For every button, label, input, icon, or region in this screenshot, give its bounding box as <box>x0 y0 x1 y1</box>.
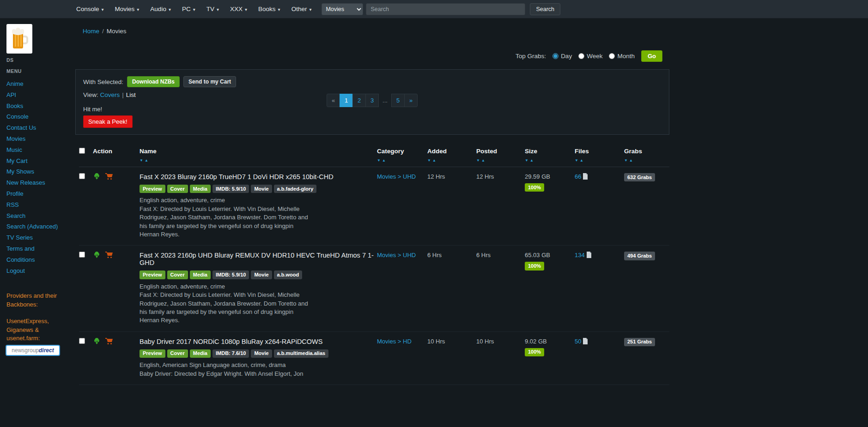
view-covers-link[interactable]: Covers <box>100 91 120 98</box>
providers-links[interactable]: UsenetExpress, Giganews & usenet.farm: <box>6 317 57 343</box>
media-badge[interactable]: Media <box>190 349 211 358</box>
newsgroupdirect-logo[interactable]: newsgroupdirect <box>6 346 59 355</box>
sort-desc-icon[interactable] <box>427 158 431 162</box>
sidebar-item-my-cart[interactable]: My Cart <box>6 156 61 167</box>
preview-badge[interactable]: Preview <box>140 185 165 193</box>
week-radio[interactable] <box>578 53 584 59</box>
category-link[interactable]: Movies > HD <box>377 338 412 345</box>
download-nzb-icon[interactable] <box>93 173 101 180</box>
sort-desc-icon[interactable] <box>575 158 578 162</box>
sort-desc-icon[interactable] <box>624 158 628 162</box>
sidebar-item-search[interactable]: Search <box>6 210 61 222</box>
menu-movies[interactable]: Movies <box>115 6 140 12</box>
sidebar-item-music[interactable]: Music <box>6 144 61 156</box>
pagination-page-2[interactable]: 2 <box>352 94 366 107</box>
row-checkbox[interactable] <box>79 173 85 179</box>
search-button[interactable]: Search <box>530 3 560 15</box>
add-to-cart-icon[interactable] <box>105 337 113 345</box>
cover-badge[interactable]: Cover <box>167 185 188 193</box>
sidebar-item-anime[interactable]: Anime <box>6 78 61 90</box>
sidebar-item-my-shows[interactable]: My Shows <box>6 166 61 177</box>
sort-desc-icon[interactable] <box>377 158 381 162</box>
pagination-prev[interactable]: « <box>327 94 340 107</box>
sidebar-item-rss[interactable]: RSS <box>6 199 61 210</box>
sort-icons-files[interactable] <box>575 156 624 163</box>
files-link[interactable]: 66 <box>575 173 581 180</box>
sidebar-item-movies[interactable]: Movies <box>6 133 61 144</box>
category-link[interactable]: Movies > UHD <box>377 173 416 180</box>
sort-icons-grabs[interactable] <box>624 156 669 163</box>
download-nzbs-button[interactable]: Download NZBs <box>127 76 180 87</box>
sort-icons-added[interactable] <box>427 156 476 163</box>
sort-asc-icon[interactable] <box>143 158 148 162</box>
sort-icons-name[interactable] <box>140 156 377 163</box>
select-all-checkbox[interactable] <box>79 148 85 154</box>
sort-desc-icon[interactable] <box>476 158 480 162</box>
release-description: English, American Sign Language action, … <box>140 361 312 378</box>
release-title[interactable]: Fast X 2023 2160p UHD Bluray REMUX DV HD… <box>140 252 377 266</box>
pagination-next[interactable]: » <box>404 94 418 107</box>
release-title[interactable]: Fast X 2023 Bluray 2160p TrueHD7 1 DoVi … <box>140 173 334 180</box>
files-link[interactable]: 50 <box>575 338 581 345</box>
top-grabs-week-option[interactable]: Week <box>578 53 602 60</box>
sidebar-item-api[interactable]: API <box>6 90 61 101</box>
sort-asc-icon[interactable] <box>528 158 534 162</box>
added-cell: 6 Hrs <box>427 251 476 259</box>
sidebar-item-books[interactable]: Books <box>6 101 61 112</box>
menu-tv[interactable]: TV <box>206 6 219 12</box>
sort-desc-icon[interactable] <box>525 158 528 162</box>
files-link[interactable]: 134 <box>575 252 585 259</box>
top-grabs-day-option[interactable]: Day <box>552 53 572 60</box>
media-badge[interactable]: Media <box>190 185 211 193</box>
sort-desc-icon[interactable] <box>140 158 143 162</box>
row-checkbox[interactable] <box>79 252 85 258</box>
sort-asc-icon[interactable] <box>628 158 633 162</box>
sort-icons-category[interactable] <box>377 156 427 163</box>
sidebar-item-profile[interactable]: Profile <box>6 188 61 199</box>
sort-asc-icon[interactable] <box>480 158 485 162</box>
download-nzb-icon[interactable] <box>93 251 101 259</box>
pagination-page-5[interactable]: 5 <box>391 94 405 107</box>
sidebar-item-new-releases[interactable]: New Releases <box>6 177 61 188</box>
sort-asc-icon[interactable] <box>578 158 583 162</box>
media-badge[interactable]: Media <box>190 271 211 279</box>
preview-badge[interactable]: Preview <box>140 349 165 358</box>
sort-asc-icon[interactable] <box>381 158 386 162</box>
sneak-a-peek-button[interactable]: Sneak a Peek! <box>83 115 133 128</box>
send-to-cart-button[interactable]: Send to my Cart <box>183 76 236 87</box>
menu-books[interactable]: Books <box>258 6 280 12</box>
cover-badge[interactable]: Cover <box>167 271 188 279</box>
sort-icons-posted[interactable] <box>476 156 525 163</box>
go-button[interactable]: Go <box>641 50 662 62</box>
category-select[interactable]: Movies <box>322 3 363 15</box>
sidebar-item-contact-us[interactable]: Contact Us <box>6 122 61 133</box>
menu-other[interactable]: Other <box>291 6 312 12</box>
row-checkbox[interactable] <box>79 338 85 344</box>
pagination-page-1[interactable]: 1 <box>340 94 353 107</box>
menu-audio[interactable]: Audio <box>150 6 171 12</box>
sidebar-item-terms[interactable]: Terms and Conditions <box>6 243 61 265</box>
release-title[interactable]: Baby Driver 2017 NORDiC 1080p BluRay x26… <box>140 338 322 345</box>
site-logo[interactable] <box>6 24 32 54</box>
preview-badge[interactable]: Preview <box>140 271 165 279</box>
cover-badge[interactable]: Cover <box>167 349 188 358</box>
sidebar-item-console[interactable]: Console <box>6 111 61 122</box>
sidebar-item-logout[interactable]: Logout <box>6 265 61 277</box>
menu-pc[interactable]: PC <box>182 6 195 12</box>
top-grabs-month-option[interactable]: Month <box>609 53 635 60</box>
menu-console[interactable]: Console <box>76 6 104 12</box>
download-nzb-icon[interactable] <box>93 337 101 345</box>
pagination-page-3[interactable]: 3 <box>365 94 379 107</box>
search-input[interactable] <box>366 3 525 15</box>
add-to-cart-icon[interactable] <box>105 173 113 180</box>
category-link[interactable]: Movies > UHD <box>377 252 416 259</box>
add-to-cart-icon[interactable] <box>105 251 113 259</box>
month-radio[interactable] <box>609 53 615 59</box>
day-radio[interactable] <box>552 53 558 59</box>
breadcrumb-home-link[interactable]: Home <box>83 28 99 35</box>
sidebar-item-search-advanced[interactable]: Search (Advanced) <box>6 221 61 232</box>
menu-xxx[interactable]: XXX <box>230 6 247 12</box>
sort-asc-icon[interactable] <box>431 158 436 162</box>
sidebar-item-tv-series[interactable]: TV Series <box>6 232 61 243</box>
sort-icons-size[interactable] <box>525 156 575 163</box>
